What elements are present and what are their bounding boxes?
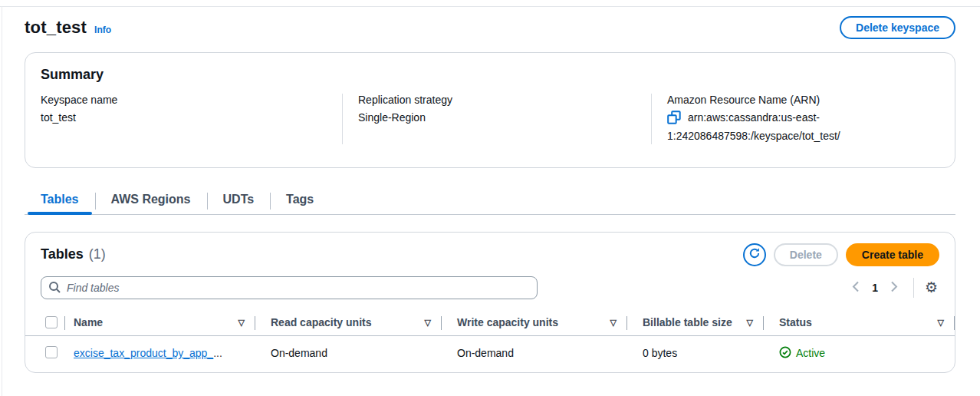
tables-panel-title: Tables(1) (41, 246, 106, 262)
summary-field-arn: Amazon Resource Name (ARN) arn:aws:cassa… (651, 94, 939, 144)
tab-aws-regions[interactable]: AWS Regions (95, 189, 207, 214)
create-table-button[interactable]: Create table (846, 243, 939, 266)
refresh-icon (748, 247, 761, 262)
column-header-billable-size[interactable]: Billable table size ▽ (627, 310, 764, 335)
header-checkbox-cell (25, 310, 65, 335)
select-all-checkbox[interactable] (45, 316, 58, 328)
sort-icon[interactable]: ▽ (610, 318, 617, 328)
page-header: tot_test Info Delete keyspace (25, 15, 955, 40)
table-header-row: Name ▽ Read capacity units ▽ Write capac… (25, 310, 955, 336)
info-link[interactable]: Info (94, 25, 111, 35)
column-header-write-capacity[interactable]: Write capacity units ▽ (442, 310, 627, 335)
search-box (41, 276, 538, 299)
field-label: Replication strategy (358, 94, 633, 106)
field-value: tot_test (41, 110, 324, 125)
row-checkbox-cell (25, 346, 65, 361)
tab-tags[interactable]: Tags (270, 189, 330, 214)
chevron-left-icon (852, 281, 860, 295)
tab-udts[interactable]: UDTs (207, 189, 271, 214)
top-divider (0, 6, 980, 7)
refresh-button[interactable] (743, 243, 766, 266)
field-label: Keyspace name (41, 94, 324, 106)
sort-icon[interactable]: ▽ (938, 318, 944, 328)
keyspace-detail-page: tot_test Info Delete keyspace Summary Ke… (0, 15, 980, 373)
settings-gear-icon[interactable]: ⚙ (923, 280, 939, 295)
sort-icon[interactable]: ▽ (425, 318, 431, 328)
row-checkbox[interactable] (45, 346, 58, 358)
copy-icon[interactable] (667, 111, 681, 128)
summary-heading: Summary (41, 67, 939, 83)
tables-panel: Tables(1) Delete Create table (25, 232, 955, 373)
pagination: 1 ⚙ (847, 278, 939, 298)
next-page-button[interactable] (886, 278, 903, 298)
cell-status: Active (764, 346, 955, 361)
status-active-icon (779, 346, 791, 361)
chevron-right-icon (890, 281, 898, 295)
sort-icon[interactable]: ▽ (747, 318, 753, 328)
summary-field-keyspace-name: Keyspace name tot_test (41, 94, 342, 144)
cell-billable-size: 0 bytes (627, 347, 764, 359)
field-value: Single-Region (358, 110, 633, 125)
page-number[interactable]: 1 (872, 282, 878, 294)
arn-value-line1: arn:aws:cassandra:us-east- (688, 111, 820, 124)
status-badge: Active (796, 347, 825, 359)
column-header-read-capacity[interactable]: Read capacity units ▽ (255, 310, 442, 335)
tab-tables[interactable]: Tables (25, 189, 95, 214)
cell-read-capacity: On-demand (255, 347, 442, 359)
previous-page-button[interactable] (847, 278, 864, 298)
column-header-status[interactable]: Status ▽ (764, 310, 955, 335)
pagination-divider (913, 278, 914, 298)
table-row: excise_tax_product_by_app_... On-demand … (25, 336, 955, 371)
cell-write-capacity: On-demand (442, 347, 627, 359)
arn-value-line2: 1:242086487598:/keyspace/tot_test/ (667, 130, 840, 142)
field-label: Amazon Resource Name (ARN) (667, 94, 921, 106)
page-title: tot_test (25, 18, 87, 38)
cell-table-name: excise_tax_product_by_app_... (65, 347, 255, 359)
summary-field-replication-strategy: Replication strategy Single-Region (342, 94, 651, 144)
summary-card: Summary Keyspace name tot_test Replicati… (25, 52, 955, 168)
tables-count: (1) (89, 246, 106, 262)
delete-keyspace-button[interactable]: Delete keyspace (840, 16, 955, 39)
tab-bar: Tables AWS Regions UDTs Tags (25, 189, 955, 215)
tables-table: Name ▽ Read capacity units ▽ Write capac… (25, 310, 955, 371)
table-name-link[interactable]: excise_tax_product_by_app_ (74, 347, 213, 359)
column-header-name[interactable]: Name ▽ (65, 310, 255, 335)
search-icon (48, 281, 61, 296)
delete-table-button[interactable]: Delete (774, 243, 838, 266)
find-tables-input[interactable] (41, 276, 538, 299)
truncation-ellipsis: ... (213, 347, 222, 359)
sort-icon[interactable]: ▽ (238, 318, 245, 328)
